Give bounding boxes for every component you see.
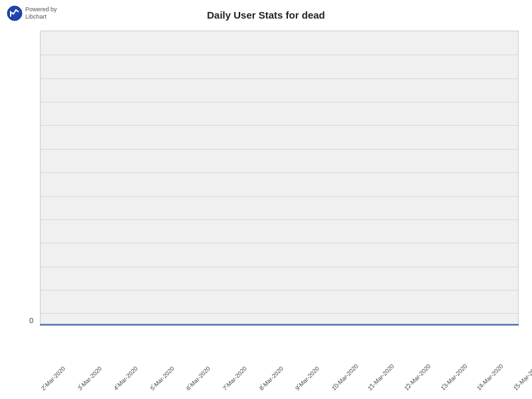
x-label-item: 14-Mar-2020 (475, 384, 482, 394)
x-label-text: 11-Mar-2020 (366, 382, 376, 392)
x-label-item: 7-Mar-2020 (221, 384, 228, 394)
grid-line (41, 196, 518, 197)
x-label-item: 8-Mar-2020 (258, 384, 265, 394)
x-label-text: 4-Mar-2020 (112, 382, 122, 392)
x-label-text: 5-Mar-2020 (149, 382, 158, 392)
y-axis-zero-label: 0 (29, 317, 33, 325)
x-label-item: 6-Mar-2020 (185, 384, 192, 394)
data-series-line (40, 324, 519, 325)
x-label-item: 3-Mar-2020 (76, 384, 83, 394)
x-label-item: 2-Mar-2020 (40, 384, 47, 394)
grid-line (41, 149, 518, 150)
x-label-item: 15-Mar-2020 (512, 384, 519, 394)
x-label-text: 9-Mar-2020 (294, 382, 303, 392)
x-label-text: 10-Mar-2020 (331, 382, 340, 392)
x-label-text: 7-Mar-2020 (221, 382, 231, 392)
x-axis-labels: 2-Mar-20203-Mar-20204-Mar-20205-Mar-2020… (40, 384, 519, 394)
grid-line (41, 55, 518, 55)
x-label-text: 2-Mar-2020 (40, 382, 49, 392)
x-label-text: 12-Mar-2020 (403, 382, 412, 392)
x-label-text: 15-Mar-2020 (512, 382, 521, 392)
libchart-logo-icon (7, 5, 23, 21)
x-label-item: 4-Mar-2020 (112, 384, 119, 394)
x-label-text: 14-Mar-2020 (475, 382, 485, 392)
x-label-item: 12-Mar-2020 (403, 384, 410, 394)
x-label-item: 9-Mar-2020 (294, 384, 301, 394)
grid-line (41, 243, 518, 243)
x-label-item: 10-Mar-2020 (331, 384, 337, 394)
chart-title: Daily User Stats for dead (0, 0, 532, 21)
grid-line (41, 290, 518, 291)
svg-point-0 (7, 6, 22, 21)
grid-line (41, 102, 518, 102)
x-label-text: 6-Mar-2020 (185, 382, 194, 392)
grid-line (41, 125, 518, 126)
x-label-item: 5-Mar-2020 (149, 384, 156, 394)
grid-line (41, 313, 518, 314)
logo: Powered by Libchart (7, 5, 57, 21)
grid-line (41, 172, 518, 173)
grid-line (41, 78, 518, 79)
x-label-item: 11-Mar-2020 (366, 384, 373, 394)
x-label-text: 8-Mar-2020 (258, 382, 267, 392)
chart-plot-area (40, 31, 519, 326)
x-label-text: 3-Mar-2020 (76, 382, 86, 392)
grid-line (41, 219, 518, 220)
x-label-text: 13-Mar-2020 (440, 382, 449, 392)
logo-text: Powered by Libchart (25, 6, 57, 21)
x-label-item: 13-Mar-2020 (440, 384, 446, 394)
grid-line (41, 267, 518, 267)
